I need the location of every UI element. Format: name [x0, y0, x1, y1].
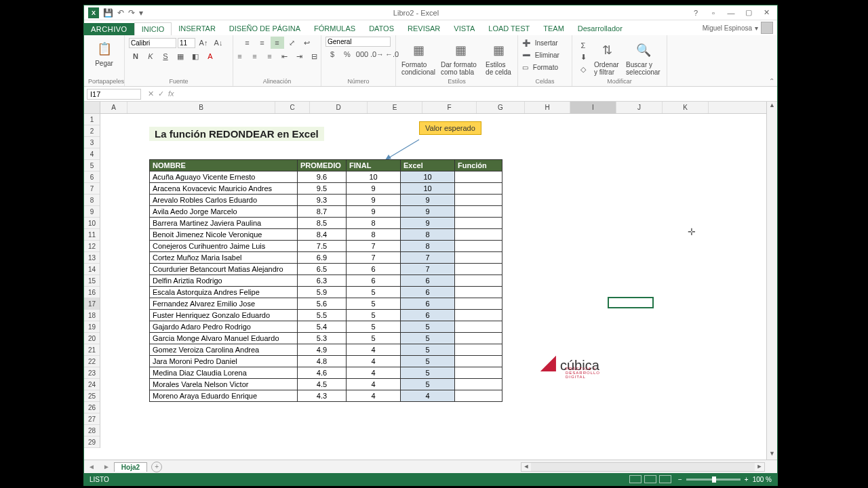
- row-header[interactable]: 28: [84, 425, 100, 436]
- tab-file[interactable]: ARCHIVO: [84, 23, 134, 35]
- table-cell[interactable]: Delfin Ariztia Rodrigo: [150, 275, 298, 287]
- table-cell[interactable]: 5: [347, 298, 401, 310]
- table-cell[interactable]: [455, 321, 502, 333]
- sheet-nav-prev-icon[interactable]: ◄: [84, 463, 99, 470]
- border-button[interactable]: ▦: [174, 50, 187, 62]
- col-header[interactable]: K: [663, 102, 709, 113]
- clear-icon[interactable]: ◇: [576, 64, 590, 76]
- table-cell[interactable]: [455, 264, 502, 275]
- align-left-icon[interactable]: ≡: [233, 50, 247, 62]
- font-name-combo[interactable]: [129, 38, 176, 48]
- row-header[interactable]: 13: [84, 252, 100, 264]
- table-cell[interactable]: Aracena Kovacevic Mauricio Andres: [150, 183, 298, 195]
- increase-decimal-icon[interactable]: .0→: [370, 48, 384, 60]
- table-cell[interactable]: 6.9: [298, 252, 347, 264]
- table-cell[interactable]: [455, 252, 502, 264]
- table-cell[interactable]: Fuster Henriquez Gonzalo Eduardo: [150, 310, 298, 321]
- table-cell[interactable]: 8.5: [298, 218, 347, 229]
- paste-button[interactable]: 📋 Pegar: [92, 37, 117, 68]
- new-sheet-button[interactable]: +: [151, 462, 162, 472]
- col-header[interactable]: G: [477, 102, 525, 113]
- table-cell[interactable]: 7: [347, 252, 401, 264]
- table-cell[interactable]: 7.5: [298, 241, 347, 252]
- table-cell[interactable]: 5: [401, 333, 455, 344]
- table-cell[interactable]: 4.3: [298, 390, 347, 402]
- table-cell[interactable]: [455, 333, 502, 344]
- row-header[interactable]: 8: [84, 195, 100, 206]
- table-cell[interactable]: Cortez Muñoz Maria Isabel: [150, 252, 298, 264]
- merge-center-icon[interactable]: ⊟: [308, 50, 321, 62]
- underline-button[interactable]: S: [159, 50, 172, 62]
- table-cell[interactable]: 8.7: [298, 206, 347, 218]
- table-cell[interactable]: 5: [347, 333, 401, 344]
- table-cell[interactable]: 5.5: [298, 310, 347, 321]
- table-cell[interactable]: Gajardo Adaro Pedro Rodrigo: [150, 321, 298, 333]
- row-header[interactable]: 7: [84, 183, 100, 195]
- align-middle-icon[interactable]: ≡: [256, 37, 269, 49]
- accept-formula-icon[interactable]: ✓: [158, 89, 164, 98]
- table-cell[interactable]: 7: [347, 241, 401, 252]
- col-header[interactable]: H: [525, 102, 570, 113]
- row-header[interactable]: 1: [84, 114, 100, 125]
- tab-load-test[interactable]: LOAD TEST: [481, 22, 536, 35]
- row-header[interactable]: 4: [84, 148, 100, 160]
- table-cell[interactable]: 9.6: [298, 171, 347, 183]
- row-header[interactable]: 3: [84, 137, 100, 148]
- fill-icon[interactable]: ⬇: [576, 52, 590, 64]
- column-headers[interactable]: ABCDEFGHIJK: [100, 102, 766, 114]
- table-cell[interactable]: 5.4: [298, 321, 347, 333]
- table-cell[interactable]: 6: [401, 275, 455, 287]
- row-header[interactable]: 29: [84, 436, 100, 448]
- sheet-nav-next-icon[interactable]: ►: [99, 463, 114, 470]
- table-cell[interactable]: 6.3: [298, 275, 347, 287]
- font-color-button[interactable]: A: [203, 50, 217, 62]
- table-cell[interactable]: [455, 310, 502, 321]
- table-cell[interactable]: 5: [401, 321, 455, 333]
- delete-cells-button[interactable]: ➖ Eliminar: [522, 49, 559, 61]
- table-cell[interactable]: 4: [347, 367, 401, 379]
- table-cell[interactable]: [455, 171, 502, 183]
- table-cell[interactable]: 8.4: [298, 229, 347, 241]
- table-cell[interactable]: Barrera Martinez Javiera Paulina: [150, 218, 298, 229]
- table-cell[interactable]: 10: [401, 171, 455, 183]
- row-header[interactable]: 15: [84, 275, 100, 287]
- table-cell[interactable]: 4: [347, 344, 401, 356]
- table-cell[interactable]: 10: [401, 183, 455, 195]
- table-cell[interactable]: 5: [401, 344, 455, 356]
- scroll-down-icon[interactable]: ▼: [767, 450, 777, 460]
- table-cell[interactable]: [455, 379, 502, 390]
- table-cell[interactable]: 7: [401, 264, 455, 275]
- scroll-right-icon[interactable]: ►: [755, 463, 764, 471]
- col-header[interactable]: F: [422, 102, 477, 113]
- table-cell[interactable]: Benoit Jimenez Nicole Veronique: [150, 229, 298, 241]
- user-account[interactable]: Miguel Espinosa ▾: [698, 20, 777, 35]
- table-cell[interactable]: 9: [347, 183, 401, 195]
- table-cell[interactable]: Arevalo Robles Carlos Eduardo: [150, 195, 298, 206]
- percent-icon[interactable]: %: [340, 48, 354, 60]
- table-cell[interactable]: 5: [401, 379, 455, 390]
- zoom-level[interactable]: 100 %: [753, 476, 772, 483]
- table-cell[interactable]: 9: [401, 218, 455, 229]
- select-all-corner[interactable]: [84, 102, 100, 114]
- vertical-scrollbar[interactable]: ▲ ▼: [766, 102, 777, 460]
- row-header[interactable]: 25: [84, 390, 100, 402]
- table-cell[interactable]: [455, 298, 502, 310]
- table-cell[interactable]: 4.6: [298, 367, 347, 379]
- increase-font-icon[interactable]: A↑: [197, 37, 210, 49]
- col-header[interactable]: E: [368, 102, 422, 113]
- ribbon-display-icon[interactable]: ▫: [705, 7, 722, 19]
- format-cells-button[interactable]: ▭ Formato: [522, 61, 558, 73]
- zoom-slider[interactable]: [686, 479, 741, 481]
- table-cell[interactable]: [455, 287, 502, 298]
- format-as-table-button[interactable]: ▦Dar formato como tabla: [439, 38, 481, 77]
- font-size-combo[interactable]: [178, 38, 195, 48]
- tab-vista[interactable]: VISTA: [447, 22, 481, 35]
- table-cell[interactable]: Medina Diaz Claudia Lorena: [150, 367, 298, 379]
- table-cell[interactable]: 5: [347, 287, 401, 298]
- table-cell[interactable]: Jara Moroni Pedro Daniel: [150, 356, 298, 367]
- save-icon[interactable]: 💾: [103, 8, 113, 18]
- row-header[interactable]: 12: [84, 241, 100, 252]
- table-cell[interactable]: Avila Aedo Jorge Marcelo: [150, 206, 298, 218]
- row-header[interactable]: 26: [84, 402, 100, 413]
- normal-view-icon[interactable]: [629, 475, 642, 483]
